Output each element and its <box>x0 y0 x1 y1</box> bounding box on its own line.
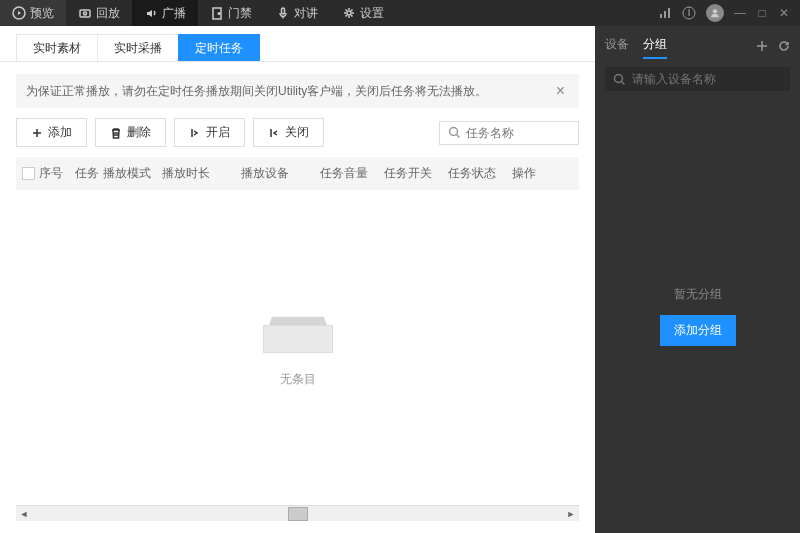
col-device: 播放设备 <box>241 165 316 182</box>
tab-realtime-capture[interactable]: 实时采播 <box>97 34 179 61</box>
scroll-thumb[interactable] <box>288 507 308 521</box>
nav-access[interactable]: 门禁 <box>198 0 264 26</box>
door-icon <box>210 6 224 20</box>
avatar[interactable] <box>706 4 724 22</box>
nav-label: 回放 <box>96 5 120 22</box>
side-search-box[interactable] <box>605 67 790 91</box>
trash-icon <box>110 127 122 139</box>
notice-text: 为保证正常播放，请勿在定时任务播放期间关闭Utility客户端，关闭后任务将无法… <box>26 83 487 100</box>
side-search-input[interactable] <box>632 72 782 86</box>
info-icon[interactable]: i <box>682 6 696 20</box>
side-tabs: 设备 分组 <box>595 26 800 59</box>
play-icon <box>12 6 26 20</box>
search-box[interactable] <box>439 121 579 145</box>
side-tab-group[interactable]: 分组 <box>643 32 667 59</box>
titlebar: 预览 回放 广播 门禁 对讲 设置 i — □ ✕ <box>0 0 800 26</box>
svg-point-2 <box>84 12 87 15</box>
toolbar: 添加 删除 开启 关闭 <box>16 118 579 147</box>
main-panel: 实时素材 实时采播 定时任务 为保证正常播放，请勿在定时任务播放期间关闭Util… <box>0 26 595 533</box>
mic-icon <box>276 6 290 20</box>
speaker-icon <box>144 6 158 20</box>
nav-label: 门禁 <box>228 5 252 22</box>
col-action: 操作 <box>512 165 552 182</box>
col-duration: 播放时长 <box>162 165 237 182</box>
tab-scheduled-task[interactable]: 定时任务 <box>178 34 260 61</box>
nav-label: 设置 <box>360 5 384 22</box>
btn-label: 开启 <box>206 124 230 141</box>
close-button-toolbar[interactable]: 关闭 <box>253 118 324 147</box>
empty-state: 无条目 <box>16 190 579 505</box>
svg-point-6 <box>347 11 351 15</box>
empty-text: 无条目 <box>280 371 316 388</box>
window-controls: i — □ ✕ <box>658 4 800 22</box>
svg-rect-1 <box>80 10 90 17</box>
delete-button[interactable]: 删除 <box>95 118 166 147</box>
close-icon <box>268 127 280 139</box>
nav-intercom[interactable]: 对讲 <box>264 0 330 26</box>
side-actions <box>756 40 790 52</box>
col-index: 序号 <box>39 165 71 182</box>
sub-tabs: 实时素材 实时采播 定时任务 <box>0 26 595 62</box>
svg-text:i: i <box>688 6 691 19</box>
search-icon <box>613 73 626 86</box>
add-icon[interactable] <box>756 40 768 52</box>
add-group-button[interactable]: 添加分组 <box>660 315 736 346</box>
select-all-checkbox[interactable] <box>22 167 35 180</box>
col-volume: 任务音量 <box>320 165 380 182</box>
btn-label: 添加 <box>48 124 72 141</box>
open-button[interactable]: 开启 <box>174 118 245 147</box>
maximize-button[interactable]: □ <box>756 7 768 19</box>
col-status: 任务状态 <box>448 165 508 182</box>
nav-broadcast[interactable]: 广播 <box>132 0 198 26</box>
gear-icon <box>342 6 356 20</box>
search-input[interactable] <box>466 126 570 140</box>
btn-label: 删除 <box>127 124 151 141</box>
tab-realtime-material[interactable]: 实时素材 <box>16 34 98 61</box>
user-icon <box>709 7 721 19</box>
svg-point-12 <box>713 9 717 13</box>
notice-bar: 为保证正常播放，请勿在定时任务播放期间关闭Utility客户端，关闭后任务将无法… <box>16 74 579 108</box>
svg-rect-7 <box>660 14 662 18</box>
svg-point-13 <box>450 128 458 136</box>
horizontal-scrollbar[interactable]: ◄ ► <box>16 505 579 521</box>
plus-icon <box>31 127 43 139</box>
svg-rect-8 <box>664 11 666 18</box>
svg-rect-5 <box>282 8 285 14</box>
col-task: 任务 <box>75 165 99 182</box>
nav-label: 对讲 <box>294 5 318 22</box>
empty-box-icon <box>263 308 333 353</box>
svg-point-14 <box>615 74 623 82</box>
table-header: 序号 任务 播放模式 播放时长 播放设备 任务音量 任务开关 任务状态 操作 <box>16 157 579 190</box>
side-tab-device[interactable]: 设备 <box>605 32 629 59</box>
nav-playback[interactable]: 回放 <box>66 0 132 26</box>
side-empty-text: 暂无分组 <box>674 286 722 303</box>
svg-point-4 <box>218 13 220 15</box>
nav-label: 预览 <box>30 5 54 22</box>
side-panel: 设备 分组 暂无分组 添加分组 <box>595 26 800 533</box>
minimize-button[interactable]: — <box>734 7 746 19</box>
camera-icon <box>78 6 92 20</box>
scroll-left-button[interactable]: ◄ <box>16 507 32 521</box>
search-icon <box>448 126 461 139</box>
notice-close-button[interactable]: × <box>552 82 569 100</box>
nav-preview[interactable]: 预览 <box>0 0 66 26</box>
open-icon <box>189 127 201 139</box>
col-mode: 播放模式 <box>103 165 158 182</box>
top-nav: 预览 回放 广播 门禁 对讲 设置 <box>0 0 396 26</box>
side-empty-state: 暂无分组 添加分组 <box>595 99 800 533</box>
scroll-track[interactable] <box>48 507 547 521</box>
btn-label: 关闭 <box>285 124 309 141</box>
stats-icon[interactable] <box>658 6 672 20</box>
close-button[interactable]: ✕ <box>778 7 790 19</box>
refresh-icon[interactable] <box>778 40 790 52</box>
col-switch: 任务开关 <box>384 165 444 182</box>
scroll-right-button[interactable]: ► <box>563 507 579 521</box>
add-button[interactable]: 添加 <box>16 118 87 147</box>
nav-settings[interactable]: 设置 <box>330 0 396 26</box>
nav-label: 广播 <box>162 5 186 22</box>
svg-rect-9 <box>668 8 670 18</box>
